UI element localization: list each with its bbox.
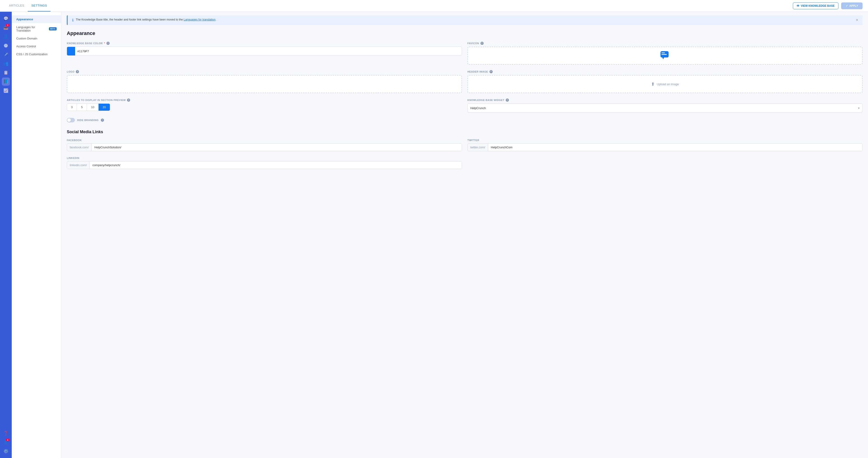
menu-sidebar: Appearance Languages for Translation BET… [12,12,61,458]
logo-upload-box[interactable] [67,75,462,93]
twitter-value[interactable] [488,143,862,151]
color-group: KNOWLEDGE BASE COLOR * ? [67,42,462,65]
sidebar-icon-profile[interactable]: 👤 4 [2,438,10,446]
logo-label: LOGO ? [67,70,462,73]
hide-branding-label: HIDE BRANDING [77,119,99,122]
favicon-help-icon[interactable]: ? [480,42,484,45]
twitter-label: TWITTER [467,139,863,141]
favicon-group: FAVICON ? [467,42,863,65]
favicon-box[interactable] [467,47,863,65]
article-preview-group: ARTICLES TO DISPLAY IN SECTION PREVIEW ?… [67,98,462,111]
sidebar-item-languages[interactable]: Languages for Translation BETA [12,23,61,34]
facebook-value[interactable] [92,143,462,151]
upload-label: Upload an image [657,83,679,86]
page-title: Appearance [67,30,863,36]
article-preview-help-icon[interactable]: ? [127,98,130,102]
svg-rect-1 [661,53,665,53]
sidebar-item-css-js[interactable]: CSS / JS Customization [12,50,61,58]
facebook-prefix: facebook.com/ [67,143,92,151]
eye-icon: 👁 [797,4,799,7]
preview-option-20[interactable]: 20 [99,104,110,111]
sidebar-icon-settings[interactable]: ⚙️ [2,447,10,455]
twitter-prefix: twitter.com/ [468,143,488,151]
widget-label: KNOWLEDGE BASE WIDGET ? [467,98,863,102]
tab-settings[interactable]: SETTINGS [28,0,51,11]
contacts-icon: 👤 [3,34,8,39]
preview-option-10[interactable]: 10 [87,104,98,111]
header-image-upload-box[interactable]: ⬆ Upload an image [467,75,863,93]
campaigns-icon: ✈️ [4,53,8,57]
color-required: * [104,42,105,45]
linkedin-value[interactable] [90,161,462,169]
sidebar-icon-contacts[interactable]: 👤 [2,32,10,40]
facebook-label: FACEBOOK [67,139,462,141]
color-input-wrapper[interactable] [67,47,462,56]
facebook-group: FACEBOOK facebook.com/ [67,139,462,151]
linkedin-label: LINKEDIN [67,157,462,159]
sidebar-item-appearance[interactable]: Appearance [12,15,61,23]
upload-icon: ⬆ [651,81,655,87]
content-area: ℹ The Knowledge Base title, the header a… [61,12,868,458]
preview-option-5[interactable]: 5 [77,104,87,111]
chat-icon: 💬 [3,16,8,21]
toggle-knob [67,118,71,122]
history-icon: 🕐 [4,43,8,48]
analytics-icon: 📈 [3,88,8,93]
widget-help-icon[interactable]: ? [506,98,509,102]
svg-rect-2 [661,54,667,55]
logo-group: LOGO ? [67,70,462,93]
article-preview-label: ARTICLES TO DISPLAY IN SECTION PREVIEW ? [67,98,462,102]
preview-option-3[interactable]: 3 [67,104,77,111]
sidebar-item-access-control[interactable]: Access Control [12,42,61,50]
sidebar-icon-analytics[interactable]: 📈 [2,87,10,95]
color-label: KNOWLEDGE BASE COLOR * ? [67,42,462,45]
profile-badge: 4 [6,438,9,441]
reports-icon: 📋 [3,70,8,75]
info-icon: ℹ [72,18,73,22]
color-swatch[interactable] [67,47,75,56]
header-image-group: HEADER IMAGE ? ⬆ Upload an image [467,70,863,93]
view-kb-button[interactable]: 👁 VIEW KNOWLEDGE BASE [793,2,838,9]
inbox-badge: 5 [6,24,9,27]
sidebar-icon-knowledge[interactable]: 📘 [2,77,10,86]
hide-branding-help-icon[interactable]: ? [101,119,104,122]
sidebar-icon-history[interactable]: 🕐 [2,41,10,50]
sidebar-icon-team[interactable]: 👥 [2,60,10,68]
tab-articles[interactable]: ARTICLES [5,0,28,11]
info-banner: ℹ The Knowledge Base title, the header a… [67,15,863,25]
sidebar-icon-reports[interactable]: 📋 [2,68,10,77]
languages-link[interactable]: Languages for translation [184,18,215,21]
close-icon[interactable]: × [856,18,858,22]
sidebar-item-custom-domain[interactable]: Custom Domain [12,34,61,42]
preview-selector: 3 5 10 20 [67,103,110,111]
dropdown-arrow-icon: ▾ [858,106,860,110]
linkedin-group: LINKEDIN linkedin.com/ [67,157,462,169]
team-icon: 👥 [3,61,8,66]
sidebar-icon-inbox[interactable]: 📥 5 [2,24,10,32]
twitter-group: TWITTER twitter.com/ [467,139,863,151]
favicon-label: FAVICON ? [467,42,863,45]
hide-branding-toggle[interactable] [67,118,75,122]
sidebar-icon-chat[interactable]: 💬 [2,14,10,23]
social-media-title: Social Media Links [67,130,863,134]
color-input[interactable] [75,50,462,53]
sidebar-icon-campaigns[interactable]: ✈️ [2,51,10,59]
linkedin-input: linkedin.com/ [67,161,462,169]
hide-branding-row: HIDE BRANDING ? [67,118,863,122]
svg-marker-3 [662,58,664,59]
help-icon: ❓ [3,431,8,436]
facebook-input: facebook.com/ [67,143,462,151]
chat-bubble-icon [660,51,670,61]
header-image-help-icon[interactable]: ? [490,70,493,73]
knowledge-icon: 📘 [3,79,8,84]
widget-group: KNOWLEDGE BASE WIDGET ? HelpCrunch ▾ [467,98,863,112]
settings-icon: ⚙️ [3,449,8,454]
beta-badge: BETA [49,27,57,30]
apply-button[interactable]: ✓ APPLY [841,2,863,9]
check-icon: ✓ [846,4,848,7]
widget-dropdown[interactable]: HelpCrunch ▾ [467,103,863,112]
linkedin-prefix: linkedin.com/ [67,161,90,169]
color-help-icon[interactable]: ? [106,42,110,45]
logo-help-icon[interactable]: ? [76,70,79,73]
sidebar-icon-help[interactable]: ❓ [2,429,10,437]
